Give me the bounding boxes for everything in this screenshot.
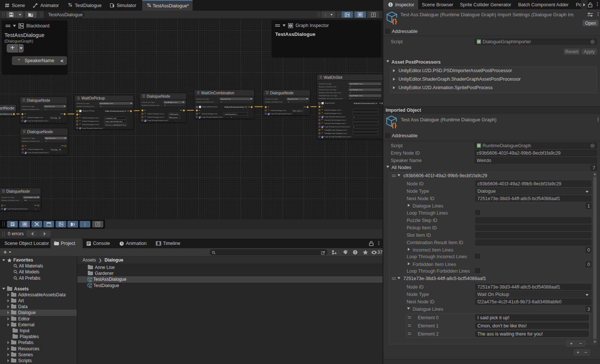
svg-text:{}: {} <box>90 285 92 288</box>
svg-text:{}: {} <box>392 18 397 24</box>
svg-text:{}: {} <box>391 122 397 128</box>
svg-text:{}: {} <box>90 279 92 282</box>
